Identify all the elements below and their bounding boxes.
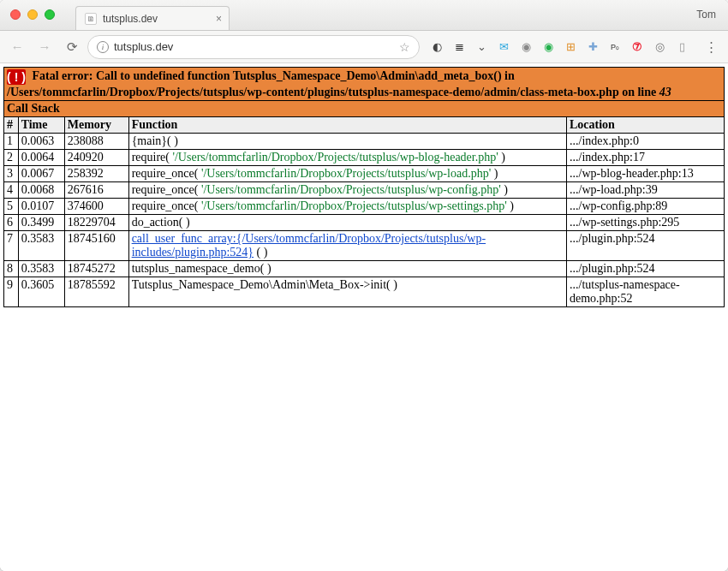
reload-button[interactable]: ⟳ (60, 35, 84, 59)
stack-row: 70.358318745160call_user_func_array:{/Us… (4, 231, 725, 261)
stack-function: require_once( '/Users/tommcfarlin/Dropbo… (128, 166, 566, 182)
tab-favicon-icon: 🗎 (85, 13, 97, 25)
error-message: Call to undefined function Tutsplus_Name… (7, 69, 659, 98)
extension-icon[interactable]: ▯ (671, 37, 692, 57)
extension-icon[interactable]: ✉ (493, 37, 514, 57)
tab-title: tutsplus.dev (103, 13, 158, 25)
url-text: tutsplus.dev (114, 40, 173, 53)
tab-close-icon[interactable]: × (216, 13, 222, 25)
stack-memory: 238088 (64, 134, 128, 150)
stack-function: Tutsplus_Namespace_Demo\Admin\Meta_Box->… (128, 277, 566, 307)
back-button[interactable]: ← (5, 35, 29, 59)
stack-n: 4 (4, 182, 19, 199)
stack-n: 2 (4, 150, 19, 166)
browser-window: 🗎 tutsplus.dev × Tom ← → ⟳ i tutsplus.de… (0, 0, 728, 571)
stack-time: 0.0067 (18, 166, 64, 182)
browser-tab[interactable]: 🗎 tutsplus.dev × (75, 6, 230, 30)
extension-icon[interactable]: ◐ (427, 37, 447, 57)
error-line: 43 (659, 86, 671, 98)
stack-memory: 267616 (64, 182, 128, 199)
extension-icon[interactable]: ◎ (649, 37, 670, 57)
stack-function: call_user_func_array:{/Users/tommcfarlin… (128, 231, 566, 261)
address-bar[interactable]: i tutsplus.dev ☆ (87, 35, 420, 59)
stack-n: 1 (4, 134, 19, 150)
stack-n: 5 (4, 199, 19, 215)
extension-icon[interactable]: P₀ (605, 37, 625, 57)
stack-memory: 258392 (64, 166, 128, 182)
stack-memory: 18745272 (64, 261, 128, 277)
stack-time: 0.0063 (18, 134, 64, 150)
forward-button[interactable]: → (33, 35, 57, 59)
toolbar: ← → ⟳ i tutsplus.dev ☆ ◐ ≣ ⌄ ✉ ◉ ◉ ⊞ ✚ P… (0, 31, 728, 63)
stack-n: 8 (4, 261, 19, 277)
close-window-button[interactable] (10, 9, 21, 20)
col-location: Location (567, 117, 725, 134)
extension-icon[interactable]: ⊞ (560, 37, 581, 57)
stack-memory: 18229704 (64, 215, 128, 231)
stack-n: 9 (4, 277, 19, 307)
stack-time: 0.0068 (18, 182, 64, 199)
extension-icon[interactable]: ⌄ (471, 37, 492, 57)
minimize-window-button[interactable] (27, 9, 38, 20)
error-banner: ( ! ) Fatal error: Call to undefined fun… (4, 68, 725, 101)
col-n: # (4, 117, 19, 134)
stack-time: 0.3583 (18, 231, 64, 261)
stack-row: 90.360518785592Tutsplus_Namespace_Demo\A… (4, 277, 725, 307)
stack-memory: 240920 (64, 150, 128, 166)
maximize-window-button[interactable] (45, 9, 55, 20)
stack-fn-path: '/Users/tommcfarlin/Dropbox/Projects/tut… (201, 167, 491, 180)
extension-icon[interactable]: ✚ (582, 37, 603, 57)
stack-function: tutsplus_namespace_demo( ) (128, 261, 566, 277)
stack-time: 0.3583 (18, 261, 64, 277)
stack-fn-path: '/Users/tommcfarlin/Dropbox/Projects/tut… (201, 183, 501, 196)
stack-time: 0.0064 (18, 150, 64, 166)
profile-name[interactable]: Tom (696, 9, 716, 21)
stack-fn-link[interactable]: call_user_func_array:{/Users/tommcfarlin… (132, 232, 486, 259)
stack-fn-path: '/Users/tommcfarlin/Dropbox/Projects/tut… (201, 199, 507, 212)
stack-memory: 18745160 (64, 231, 128, 261)
stack-function: require_once( '/Users/tommcfarlin/Dropbo… (128, 182, 566, 199)
traffic-lights (10, 9, 55, 20)
stack-time: 0.3499 (18, 215, 64, 231)
stack-location: .../index.php:0 (567, 134, 725, 150)
titlebar: 🗎 tutsplus.dev × Tom (0, 0, 728, 31)
stack-location: .../wp-blog-header.php:13 (567, 166, 725, 182)
stack-location: .../plugin.php:524 (567, 261, 725, 277)
error-table: ( ! ) Fatal error: Call to undefined fun… (3, 67, 725, 307)
extension-icon[interactable]: ◉ (516, 37, 536, 57)
stack-location: .../plugin.php:524 (567, 231, 725, 261)
stack-n: 6 (4, 215, 19, 231)
menu-button[interactable]: ⋮ (699, 35, 723, 59)
bookmark-star-icon[interactable]: ☆ (399, 40, 410, 54)
stack-memory: 18785592 (64, 277, 128, 307)
stack-function: require_once( '/Users/tommcfarlin/Dropbo… (128, 199, 566, 215)
stack-time: 0.0107 (18, 199, 64, 215)
stack-function: {main}( ) (128, 134, 566, 150)
stack-function: do_action( ) (128, 215, 566, 231)
stack-n: 7 (4, 231, 19, 261)
stack-header-row: # Time Memory Function Location (4, 117, 725, 134)
stack-n: 3 (4, 166, 19, 182)
stack-row: 50.0107374600require_once( '/Users/tommc… (4, 199, 725, 215)
stack-row: 10.0063238088{main}( ).../index.php:0 (4, 134, 725, 150)
stack-row: 30.0067258392require_once( '/Users/tommc… (4, 166, 725, 182)
extension-icon[interactable]: ◉ (538, 37, 558, 57)
col-time: Time (18, 117, 64, 134)
stack-row: 80.358318745272tutsplus_namespace_demo( … (4, 261, 725, 277)
stack-memory: 374600 (64, 199, 128, 215)
error-prefix: Fatal error: (33, 69, 96, 82)
extension-icon[interactable]: ≣ (449, 37, 469, 57)
stack-function: require( '/Users/tommcfarlin/Dropbox/Pro… (128, 150, 566, 166)
call-stack-header: Call Stack (4, 101, 725, 117)
col-function: Function (128, 117, 566, 134)
stack-location: .../tutsplus-namespace-demo.php:52 (567, 277, 725, 307)
site-info-icon[interactable]: i (97, 41, 109, 53)
col-memory: Memory (64, 117, 128, 134)
extension-icon[interactable]: ⑦ (627, 37, 647, 57)
stack-location: .../index.php:17 (567, 150, 725, 166)
stack-row: 60.349918229704do_action( ).../wp-settin… (4, 215, 725, 231)
extension-icons: ◐ ≣ ⌄ ✉ ◉ ◉ ⊞ ✚ P₀ ⑦ ◎ ▯ (423, 37, 695, 57)
stack-location: .../wp-load.php:39 (567, 182, 725, 199)
stack-time: 0.3605 (18, 277, 64, 307)
error-icon: ( ! ) (7, 69, 26, 85)
